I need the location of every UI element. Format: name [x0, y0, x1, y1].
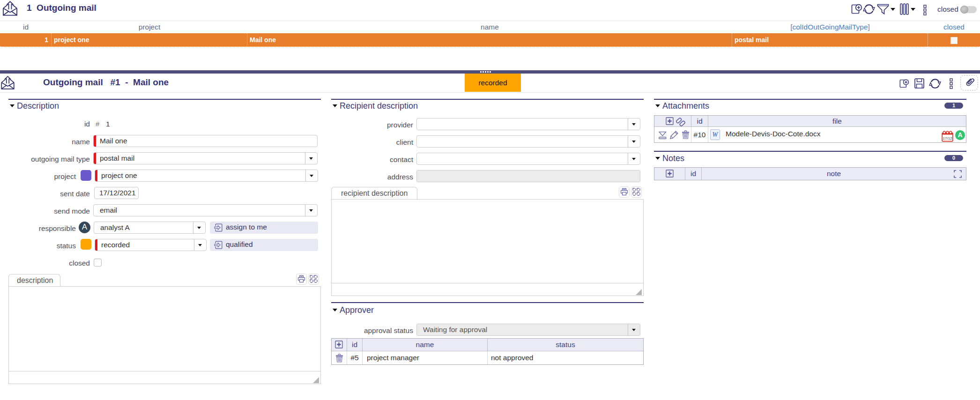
svg-text:17/12: 17/12 — [943, 136, 953, 141]
